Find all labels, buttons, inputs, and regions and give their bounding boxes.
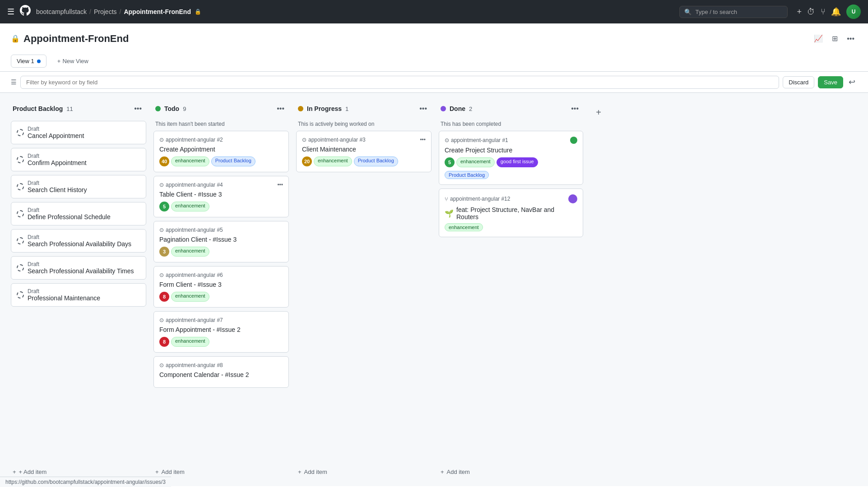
card-form-client[interactable]: ⊙ appointment-angular #6 Form Client - #…: [153, 266, 289, 308]
plus-icon[interactable]: +: [797, 7, 802, 17]
column-count: 2: [469, 106, 472, 112]
label-enhancement: enhancement: [171, 247, 209, 257]
column-subtitle: This item hasn't been started: [153, 121, 289, 131]
discard-button[interactable]: Discard: [783, 76, 814, 88]
add-item-button-todo[interactable]: + Add item: [153, 465, 289, 479]
card-create-appointment[interactable]: ⊙ appointment-angular #2 Create Appointm…: [153, 131, 289, 172]
notification-icon[interactable]: 🔔: [831, 7, 841, 17]
add-item-button-in-progress[interactable]: + Add item: [296, 465, 432, 479]
page-title: 🔒 Appointment-FronEnd: [11, 33, 129, 45]
new-view-button[interactable]: + New View: [52, 55, 94, 67]
plus-icon: +: [298, 469, 302, 475]
draft-label: Draft: [28, 126, 84, 132]
label-count: 20: [302, 156, 312, 166]
card-title: Form Appointment - #Issue 2: [159, 326, 283, 333]
column-body-done: ⊙ appointment-angular #1 Create Project …: [439, 131, 583, 461]
search-icon: 🔍: [684, 9, 692, 15]
card-labels: 5 enhancement: [159, 202, 283, 211]
column-count: 11: [66, 106, 73, 112]
draft-card-confirm[interactable]: Draft Confirm Appointment: [11, 148, 146, 171]
view-tab-1[interactable]: View 1: [11, 55, 46, 68]
label-count: 8: [159, 292, 169, 302]
column-menu-button[interactable]: •••: [131, 104, 144, 114]
card-labels: 5 enhancement good first issue Product B…: [445, 157, 577, 179]
save-button[interactable]: Save: [818, 76, 843, 88]
draft-card-search-availability-days[interactable]: Draft Search Professional Availability D…: [11, 229, 146, 253]
filter-bar: ☰ Discard Save ↩: [0, 72, 868, 93]
draft-status-icon: [17, 210, 24, 217]
column-body-in-progress: ⊙ appointment-angular #3 ••• Client Main…: [296, 131, 432, 461]
draft-status-icon: [17, 264, 24, 271]
card-title: Form Client - #Issue 3: [159, 281, 283, 288]
card-title: Define Professional Schedule: [28, 213, 111, 221]
column-product-backlog: Product Backlog 11 ••• Draft Cancel Appo…: [11, 100, 146, 479]
user-avatar[interactable]: U: [846, 5, 861, 19]
draft-card-search-client[interactable]: Draft Search Client History: [11, 175, 146, 198]
title-lock-icon: 🔒: [11, 34, 20, 43]
repo-icon: ⊙: [159, 182, 164, 188]
search-bar[interactable]: 🔍 Type / to search: [679, 6, 788, 18]
seedling-icon: 🌱: [445, 209, 454, 218]
card-title: Table Client - #Issue 3: [159, 191, 283, 198]
more-options-button[interactable]: •••: [844, 32, 857, 46]
column-menu-button[interactable]: •••: [417, 104, 430, 114]
plus-icon: +: [155, 469, 159, 475]
column-title: Done: [450, 105, 465, 112]
card-actions-icon[interactable]: •••: [420, 137, 426, 143]
card-actions-icon[interactable]: •••: [277, 182, 283, 188]
add-column-button[interactable]: +: [590, 104, 607, 118]
chart-icon-button[interactable]: 📈: [811, 32, 826, 46]
draft-label: Draft: [28, 234, 131, 240]
draft-card-professional-maintenance[interactable]: Draft Professional Maintenance: [11, 283, 146, 307]
user-avatar-small: [568, 194, 577, 203]
column-menu-button[interactable]: •••: [274, 104, 287, 114]
card-labels: 8 enhancement: [159, 292, 283, 302]
draft-status-icon: [17, 237, 24, 244]
status-url: https://github.com/bootcampfullstack/app…: [5, 479, 166, 485]
card-repo: ⊙ appointment-angular #7: [159, 317, 283, 323]
draft-card-search-availability-times[interactable]: Draft Search Professional Availability T…: [11, 256, 146, 280]
label-enhancement: enhancement: [171, 202, 209, 211]
card-create-project-structure[interactable]: ⊙ appointment-angular #1 Create Project …: [439, 131, 583, 185]
header-actions: 📈 ⊞ •••: [811, 32, 857, 46]
repo-icon: ⊙: [302, 137, 306, 143]
fork-icon: ⑂: [445, 196, 448, 202]
label-product-backlog: Product Backlog: [354, 156, 398, 166]
add-column-area: +: [590, 100, 607, 479]
repo-icon: ⊙: [159, 272, 164, 278]
layout-icon-button[interactable]: ⊞: [829, 32, 840, 46]
github-logo[interactable]: [20, 5, 31, 18]
label-enhancement: enhancement: [171, 337, 209, 347]
card-client-maintenance[interactable]: ⊙ appointment-angular #3 ••• Client Main…: [296, 131, 432, 172]
undo-button[interactable]: ↩: [847, 75, 857, 89]
git-pull-request-icon[interactable]: ⑂: [821, 7, 826, 17]
card-table-client[interactable]: ⊙ appointment-angular #4 ••• Table Clien…: [153, 176, 289, 217]
card-title: Create Appointment: [159, 146, 283, 153]
timer-icon[interactable]: ⏱: [807, 7, 815, 17]
card-feat-project-structure[interactable]: ⑂ appointment-angular #12 🌱 feat: Projec…: [439, 188, 583, 237]
projects-link[interactable]: Projects: [94, 8, 117, 15]
filter-input[interactable]: [20, 76, 779, 89]
column-title: Product Backlog: [13, 105, 63, 112]
card-component-calendar[interactable]: ⊙ appointment-angular #8 Component Calen…: [153, 356, 289, 388]
org-link[interactable]: bootcampfullstack: [36, 8, 87, 15]
plus-icon: +: [441, 469, 444, 475]
card-repo: ⑂ appointment-angular #12: [445, 194, 577, 203]
card-title: feat: Project Structure, NavBar and Rout…: [456, 206, 577, 221]
column-count: 1: [345, 106, 348, 112]
card-labels: 8 enhancement: [159, 337, 283, 347]
repo-icon: ⊙: [159, 317, 164, 323]
hamburger-menu[interactable]: ☰: [7, 7, 14, 17]
card-form-appointment[interactable]: ⊙ appointment-angular #7 Form Appointmen…: [153, 311, 289, 353]
column-header-in-progress: In Progress 1 •••: [296, 100, 432, 117]
view-tab-dot: [37, 60, 41, 63]
column-title: Todo: [164, 105, 179, 112]
add-item-button-done[interactable]: + Add item: [439, 465, 583, 479]
search-placeholder: Type / to search: [695, 9, 737, 15]
label-count: 3: [159, 247, 169, 257]
card-pagination-client[interactable]: ⊙ appointment-angular #5 Pagination Clie…: [153, 221, 289, 262]
draft-card-cancel[interactable]: Draft Cancel Appointment: [11, 121, 146, 144]
column-menu-button[interactable]: •••: [568, 104, 581, 114]
draft-card-define-schedule[interactable]: Draft Define Professional Schedule: [11, 202, 146, 225]
column-todo: Todo 9 ••• This item hasn't been started…: [153, 100, 289, 479]
